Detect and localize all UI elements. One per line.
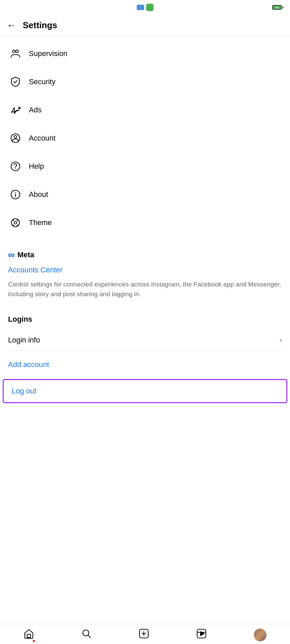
add-account-section[interactable]: Add account: [0, 354, 290, 376]
status-icons: [137, 4, 154, 11]
svg-point-0: [12, 50, 15, 53]
about-icon: [8, 187, 23, 202]
svg-line-6: [20, 107, 20, 108]
ads-label: Ads: [29, 106, 42, 114]
svg-point-19: [17, 225, 18, 226]
svg-rect-20: [27, 634, 31, 638]
menu-item-ads[interactable]: Ads: [0, 96, 290, 124]
page-title: Settings: [23, 20, 57, 31]
help-icon: [8, 159, 23, 174]
bottom-nav-wrapper: [0, 636, 290, 644]
svg-line-22: [88, 635, 91, 638]
nav-reels[interactable]: [196, 628, 207, 641]
nav-create[interactable]: [138, 628, 149, 641]
notification-icon: [137, 5, 144, 10]
meta-section: ∞ Meta Accounts Center Control settings …: [0, 240, 290, 306]
logout-label[interactable]: Log out: [12, 387, 36, 395]
chevron-right-icon: ›: [280, 336, 282, 344]
svg-point-15: [14, 221, 17, 224]
account-label: Account: [29, 134, 56, 143]
logins-section: Logins Login info ›: [0, 306, 290, 354]
meta-description: Control settings for connected experienc…: [8, 280, 282, 299]
security-icon: [8, 74, 23, 89]
nav-profile[interactable]: [254, 629, 267, 641]
svg-marker-2: [11, 108, 19, 114]
account-icon: [8, 131, 23, 146]
svg-point-8: [14, 136, 17, 138]
settings-header: ← Settings: [0, 15, 290, 36]
home-notification-dot: [33, 640, 35, 642]
profile-avatar: [254, 629, 267, 641]
ads-icon: [8, 103, 23, 117]
svg-point-18: [13, 225, 14, 226]
svg-point-10: [15, 168, 16, 169]
menu-item-theme[interactable]: Theme: [0, 209, 290, 237]
supervision-label: Supervision: [29, 49, 67, 58]
security-label: Security: [29, 77, 55, 86]
bottom-navigation: [0, 624, 290, 644]
supervision-icon: [8, 46, 23, 61]
menu-item-security[interactable]: Security: [0, 68, 290, 96]
theme-label: Theme: [29, 218, 52, 227]
nav-search[interactable]: [81, 628, 92, 641]
battery-tip: [282, 6, 283, 8]
create-icon: [138, 628, 149, 641]
meta-logo-symbol: ∞: [8, 250, 15, 260]
help-label: Help: [29, 162, 44, 171]
login-info-label: Login info: [8, 336, 40, 344]
battery-indicator: [272, 5, 283, 10]
nav-home[interactable]: [23, 628, 34, 641]
menu-item-supervision[interactable]: Supervision: [0, 40, 290, 68]
status-bar: [0, 0, 290, 15]
menu-item-about[interactable]: About: [0, 180, 290, 209]
menu-item-help[interactable]: Help: [0, 152, 290, 180]
app-icon: [146, 4, 154, 11]
meta-logo-text: Meta: [17, 251, 34, 259]
menu-item-account[interactable]: Account: [0, 124, 290, 152]
about-label: About: [29, 190, 48, 199]
theme-icon: [8, 215, 23, 230]
svg-point-16: [13, 219, 14, 221]
svg-point-1: [16, 50, 18, 53]
login-info-item[interactable]: Login info ›: [8, 330, 282, 350]
logins-title: Logins: [8, 315, 282, 324]
battery-body: [272, 5, 282, 10]
svg-point-14: [11, 219, 19, 227]
svg-point-17: [17, 219, 18, 221]
accounts-center-link[interactable]: Accounts Center: [8, 266, 282, 274]
reels-icon: [196, 628, 207, 641]
svg-point-13: [15, 192, 16, 193]
settings-menu: Supervision Security: [0, 36, 290, 240]
home-icon: [23, 628, 34, 641]
meta-logo: ∞ Meta: [8, 250, 282, 260]
back-button[interactable]: ←: [7, 21, 16, 30]
add-account-label: Add account: [8, 360, 49, 369]
search-icon: [81, 628, 92, 641]
logout-section[interactable]: Log out: [3, 379, 287, 403]
svg-point-9: [11, 162, 20, 171]
